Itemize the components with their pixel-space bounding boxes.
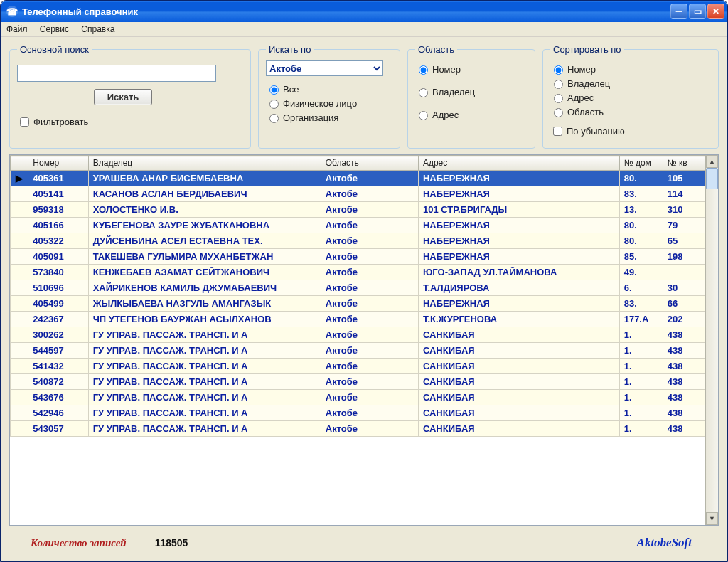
cell-region: Актобе xyxy=(321,202,418,218)
table-row[interactable]: 405499ЖЫЛКЫБАЕВА НАЗГУЛЬ АМАНГАЗЫКАктобе… xyxy=(11,296,705,312)
scroll-track[interactable] xyxy=(706,189,718,512)
table-row[interactable]: 543057ГУ УПРАВ. ПАССАЖ. ТРАНСП. И ААктоб… xyxy=(11,421,705,437)
radio-person[interactable]: Физическое лицо xyxy=(266,97,392,109)
header-apt[interactable]: № кв xyxy=(663,156,705,171)
cell-apt: 198 xyxy=(663,249,705,265)
cell-addr: Т.АЛДИЯРОВА xyxy=(418,280,619,296)
titlebar[interactable]: ☎ Телефонный справочник ─ ▭ ✕ xyxy=(1,1,727,22)
cell-num: 405141 xyxy=(28,186,88,202)
cell-apt: 438 xyxy=(663,327,705,343)
cell-region: Актобе xyxy=(321,233,418,249)
cell-addr: САНКИБАЯ xyxy=(418,390,619,405)
cell-addr: НАБЕРЕЖНАЯ xyxy=(418,186,619,202)
row-indicator xyxy=(11,296,28,312)
region-radio-number[interactable]: Номер xyxy=(415,63,528,75)
results-table: Номер Владелец Область Адрес № дом № кв … xyxy=(10,155,705,437)
table-row[interactable]: 543676ГУ УПРАВ. ПАССАЖ. ТРАНСП. И ААктоб… xyxy=(11,390,705,405)
header-region[interactable]: Область xyxy=(321,156,418,171)
cell-addr: НАБЕРЕЖНАЯ xyxy=(418,171,619,186)
cell-owner: ГУ УПРАВ. ПАССАЖ. ТРАНСП. И А xyxy=(88,421,321,437)
minimize-button[interactable]: ─ xyxy=(670,4,687,19)
sort-radio-address[interactable]: Адрес xyxy=(550,92,711,103)
cell-num: 544597 xyxy=(28,343,88,359)
table-row[interactable]: 242367ЧП УТЕГЕНОВ БАУРЖАН АСЫЛХАНОВАктоб… xyxy=(11,312,705,327)
cell-addr: САНКИБАЯ xyxy=(418,374,619,390)
menubar: Файл Сервис Справка xyxy=(1,22,727,37)
header-house[interactable]: № дом xyxy=(619,156,663,171)
radio-org[interactable]: Организация xyxy=(266,112,392,123)
cell-apt: 105 xyxy=(663,171,705,186)
table-row[interactable]: 405322ДУЙСЕНБИНА АСЕЛ ЕСТАЕВНА ТЕХ.Актоб… xyxy=(11,233,705,249)
vertical-scrollbar[interactable]: ▲ ▼ xyxy=(705,155,718,525)
close-button[interactable]: ✕ xyxy=(707,4,724,19)
maximize-button[interactable]: ▭ xyxy=(689,4,706,19)
sort-radio-owner[interactable]: Владелец xyxy=(550,78,711,89)
table-row[interactable]: 542946ГУ УПРАВ. ПАССАЖ. ТРАНСП. И ААктоб… xyxy=(11,405,705,421)
header-indicator[interactable] xyxy=(11,156,28,171)
cell-house: 1. xyxy=(619,327,663,343)
scroll-up-button[interactable]: ▲ xyxy=(706,155,718,168)
radio-all[interactable]: Все xyxy=(266,83,392,95)
cell-addr: НАБЕРЕЖНАЯ xyxy=(418,249,619,265)
cell-num: 543057 xyxy=(28,421,88,437)
row-indicator xyxy=(11,374,28,390)
table-row[interactable]: 405091ТАКЕШЕВА ГУЛЬМИРА МУХАНБЕТЖАНАктоб… xyxy=(11,249,705,265)
record-count-value: 118505 xyxy=(155,537,188,548)
row-indicator xyxy=(11,405,28,421)
header-owner[interactable]: Владелец xyxy=(88,156,321,171)
cell-apt: 438 xyxy=(663,390,705,405)
cell-owner: ГУ УПРАВ. ПАССАЖ. ТРАНСП. И А xyxy=(88,359,321,374)
table-row[interactable]: 300262ГУ УПРАВ. ПАССАЖ. ТРАНСП. И ААктоб… xyxy=(11,327,705,343)
header-number[interactable]: Номер xyxy=(28,156,88,171)
header-address[interactable]: Адрес xyxy=(418,156,619,171)
cell-owner: ЖЫЛКЫБАЕВА НАЗГУЛЬ АМАНГАЗЫК xyxy=(88,296,321,312)
cell-region: Актобе xyxy=(321,421,418,437)
record-count-label: Количество записей xyxy=(31,537,127,549)
sort-desc-checkbox[interactable]: По убыванию xyxy=(550,124,711,138)
sort-radio-number[interactable]: Номер xyxy=(550,63,711,75)
scroll-thumb[interactable] xyxy=(706,168,718,189)
table-row[interactable]: ▶405361УРАШЕВА АНАР БИСЕМБАЕВНААктобеНАБ… xyxy=(11,171,705,186)
cell-region: Актобе xyxy=(321,186,418,202)
row-indicator xyxy=(11,312,28,327)
search-input[interactable] xyxy=(17,65,216,82)
menu-service[interactable]: Сервис xyxy=(40,24,69,34)
cell-num: 242367 xyxy=(28,312,88,327)
table-row[interactable]: 510696ХАЙРИКЕНОВ КАМИЛЬ ДЖУМАБАЕВИЧАктоб… xyxy=(11,280,705,296)
cell-apt: 438 xyxy=(663,343,705,359)
table-row[interactable]: 544597ГУ УПРАВ. ПАССАЖ. ТРАНСП. И ААктоб… xyxy=(11,343,705,359)
table-row[interactable]: 405141КАСАНОВ АСЛАН БЕРДИБАЕВИЧАктобеНАБ… xyxy=(11,186,705,202)
table-row[interactable]: 573840КЕНЖЕБАЕВ АЗАМАТ СЕЙТЖАНОВИЧАктобе… xyxy=(11,265,705,280)
cell-region: Актобе xyxy=(321,171,418,186)
cell-num: 405091 xyxy=(28,249,88,265)
region-select[interactable]: Актобе xyxy=(266,60,383,76)
cell-house: 1. xyxy=(619,374,663,390)
region-radio-owner[interactable]: Владелец xyxy=(415,86,528,97)
menu-help[interactable]: Справка xyxy=(81,24,114,34)
cell-house: 83. xyxy=(619,186,663,202)
table-row[interactable]: 959318ХОЛОСТЕНКО И.В.Актобе101 СТР.БРИГА… xyxy=(11,202,705,218)
cell-house: 85. xyxy=(619,249,663,265)
row-indicator xyxy=(11,233,28,249)
scroll-down-button[interactable]: ▼ xyxy=(706,512,718,525)
app-window: ☎ Телефонный справочник ─ ▭ ✕ Файл Серви… xyxy=(0,0,728,562)
table-row[interactable]: 540872ГУ УПРАВ. ПАССАЖ. ТРАНСП. И ААктоб… xyxy=(11,374,705,390)
cell-region: Актобе xyxy=(321,218,418,233)
search-button[interactable]: Искать xyxy=(94,89,153,105)
cell-num: 405499 xyxy=(28,296,88,312)
sort-radio-region[interactable]: Область xyxy=(550,106,711,117)
cell-region: Актобе xyxy=(321,405,418,421)
filter-checkbox-input[interactable] xyxy=(20,117,29,127)
cell-num: 959318 xyxy=(28,202,88,218)
filter-checkbox[interactable]: Фильтровать xyxy=(17,115,243,129)
table-row[interactable]: 541432ГУ УПРАВ. ПАССАЖ. ТРАНСП. И ААктоб… xyxy=(11,359,705,374)
cell-owner: ХАЙРИКЕНОВ КАМИЛЬ ДЖУМАБАЕВИЧ xyxy=(88,280,321,296)
cell-region: Актобе xyxy=(321,374,418,390)
menu-file[interactable]: Файл xyxy=(6,24,28,34)
cell-owner: ЧП УТЕГЕНОВ БАУРЖАН АСЫЛХАНОВ xyxy=(88,312,321,327)
region-radio-address[interactable]: Адрес xyxy=(415,109,528,120)
cell-house: 6. xyxy=(619,280,663,296)
table-row[interactable]: 405166КУБЕГЕНОВА ЗАУРЕ ЖУБАТКАНОВНААктоб… xyxy=(11,218,705,233)
cell-apt: 114 xyxy=(663,186,705,202)
cell-num: 540872 xyxy=(28,374,88,390)
